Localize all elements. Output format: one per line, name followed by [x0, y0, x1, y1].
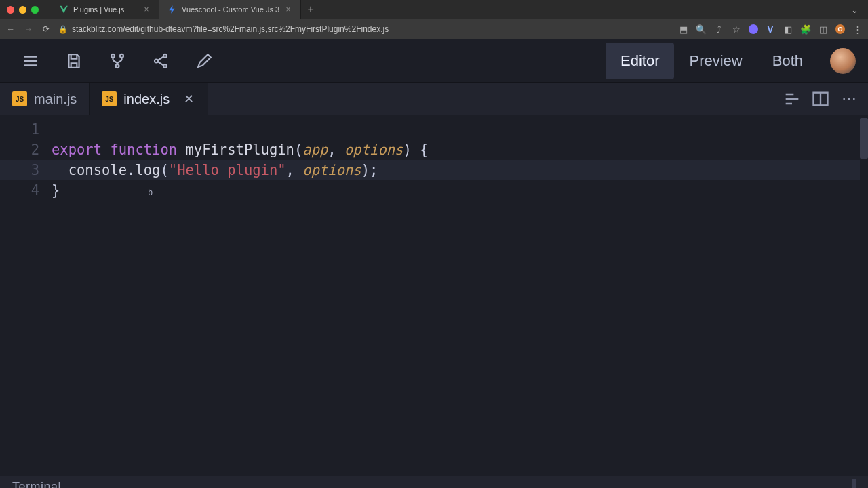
browser-menu-icon[interactable]: ⋮ — [852, 24, 863, 35]
editor-tab-label: main.js — [34, 92, 77, 107]
editor-tab-label: index.js — [123, 92, 170, 107]
nav-forward-button[interactable]: → — [23, 24, 34, 34]
js-file-icon: JS — [102, 92, 117, 106]
extension-3-icon[interactable]: ◧ — [783, 24, 793, 35]
editor-tab-mainjs[interactable]: JS main.js — [0, 83, 90, 115]
svg-point-5 — [163, 64, 167, 68]
favicon-vue-icon — [59, 5, 68, 14]
svg-point-0 — [111, 54, 115, 57]
code-editor[interactable]: 1 2 3 4 export function myFirstPlugin(ap… — [0, 115, 868, 476]
user-avatar[interactable] — [830, 48, 856, 74]
app-toolbar: Editor Preview Both — [0, 39, 868, 83]
profile-avatar-icon[interactable]: O — [835, 24, 845, 34]
svg-point-3 — [163, 54, 167, 57]
zoom-icon[interactable]: 🔍 — [696, 24, 707, 35]
window-close-button[interactable] — [7, 6, 14, 14]
browser-tab-0[interactable]: Plugins | Vue.js × — [51, 0, 159, 19]
split-editor-icon[interactable] — [811, 89, 830, 108]
code-content[interactable]: export function myFirstPlugin(app, optio… — [52, 115, 428, 476]
view-tab-preview[interactable]: Preview — [674, 43, 757, 79]
share-button[interactable] — [142, 44, 179, 78]
svg-point-1 — [120, 54, 123, 57]
svg-point-2 — [116, 64, 119, 68]
browser-tab-strip: Plugins | Vue.js × Vueschool - Custom Vu… — [0, 0, 868, 19]
window-maximize-button[interactable] — [31, 6, 39, 14]
fork-button[interactable] — [99, 44, 136, 78]
tab-close-icon[interactable]: × — [142, 5, 151, 14]
browser-tab-title: Plugins | Vue.js — [73, 5, 124, 14]
line-number-gutter: 1 2 3 4 — [0, 115, 52, 476]
share-url-icon[interactable]: ⤴ — [713, 24, 724, 35]
editor-more-icon[interactable]: ⋯ — [840, 89, 859, 108]
mouse-cursor-indicator: b — [148, 182, 153, 203]
lock-icon: 🔒 — [58, 25, 68, 34]
install-app-icon[interactable]: ⬒ — [678, 24, 689, 35]
terminal-label: Terminal — [12, 480, 61, 488]
svg-point-4 — [155, 59, 158, 62]
tab-overflow-icon[interactable]: ⌄ — [851, 5, 861, 15]
url-text: stackblitz.com/edit/github-dteavm?file=s… — [72, 24, 389, 34]
nav-reload-button[interactable]: ⟳ — [41, 24, 52, 34]
tab-close-icon[interactable]: × — [284, 5, 292, 14]
editor-tab-indexjs[interactable]: JS index.js ✕ — [90, 83, 208, 115]
url-field[interactable]: 🔒 stackblitz.com/edit/github-dteavm?file… — [58, 24, 671, 34]
editor-scrollbar-thumb[interactable] — [860, 118, 868, 159]
sidepanel-icon[interactable]: ◫ — [818, 24, 829, 35]
terminal-scrollbar[interactable] — [852, 479, 856, 488]
view-tab-both[interactable]: Both — [757, 43, 818, 79]
browser-tab-title: Vueschool - Custom Vue Js 3 — [182, 5, 279, 14]
window-minimize-button[interactable] — [19, 6, 26, 14]
extension-2-icon[interactable]: V — [765, 24, 776, 35]
hamburger-menu-button[interactable] — [12, 44, 49, 78]
browser-address-bar: ← → ⟳ 🔒 stackblitz.com/edit/github-dteav… — [0, 19, 868, 39]
js-file-icon: JS — [12, 92, 27, 106]
new-tab-button[interactable]: + — [301, 0, 320, 19]
browser-tab-1[interactable]: Vueschool - Custom Vue Js 3 × — [159, 0, 301, 19]
nav-back-button[interactable]: ← — [5, 24, 16, 34]
terminal-panel-header[interactable]: Terminal — [0, 476, 868, 488]
favicon-stackblitz-icon — [167, 5, 177, 14]
prettier-icon[interactable] — [783, 89, 802, 108]
extension-1-icon[interactable] — [749, 24, 758, 34]
extensions-puzzle-icon[interactable]: 🧩 — [800, 24, 811, 35]
bookmark-star-icon[interactable]: ☆ — [731, 24, 742, 35]
save-button[interactable] — [56, 44, 92, 78]
editor-tab-close-icon[interactable]: ✕ — [182, 92, 195, 106]
view-tab-editor[interactable]: Editor — [606, 43, 674, 79]
edit-pencil-button[interactable] — [186, 44, 222, 78]
editor-tab-strip: JS main.js JS index.js ✕ ⋯ — [0, 83, 868, 115]
window-traffic-lights — [7, 6, 39, 14]
